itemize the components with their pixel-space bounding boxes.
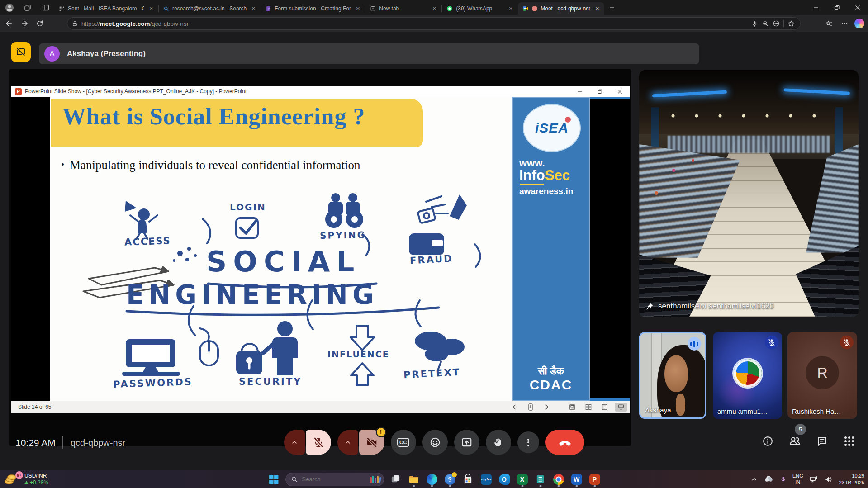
whatsapp-icon bbox=[446, 5, 453, 12]
clock[interactable]: 10:29 23-04-2025 bbox=[839, 473, 864, 486]
camera-options-button[interactable] bbox=[337, 430, 358, 455]
end-call-button[interactable] bbox=[545, 430, 584, 455]
tab-title: (39) WhatsApp bbox=[456, 5, 504, 12]
page-tools-icon[interactable] bbox=[771, 18, 782, 29]
chat-button[interactable] bbox=[816, 435, 828, 447]
workspaces-icon[interactable] bbox=[22, 2, 33, 13]
running-indicator bbox=[539, 485, 541, 487]
notes-app-button[interactable] bbox=[534, 472, 547, 487]
more-options-button[interactable] bbox=[517, 431, 539, 453]
new-tab-button[interactable] bbox=[606, 2, 618, 14]
college-logo-avatar bbox=[734, 359, 762, 387]
language-indicator[interactable]: ENG IN bbox=[792, 473, 803, 485]
captions-button[interactable]: CC bbox=[391, 430, 416, 455]
chrome-button[interactable] bbox=[552, 472, 565, 487]
window-restore-button[interactable] bbox=[826, 0, 847, 15]
currency-change: +0.28% bbox=[30, 479, 48, 486]
google-meet-icon bbox=[522, 5, 529, 12]
powerpoint-button[interactable]: P bbox=[588, 472, 601, 487]
tab-close-icon[interactable]: ✕ bbox=[593, 5, 601, 12]
next-slide-button[interactable] bbox=[541, 403, 553, 412]
shared-screen-tile[interactable]: P PowerPoint Slide Show - [Cyber Securit… bbox=[9, 69, 631, 446]
show-everyone-button[interactable] bbox=[789, 435, 801, 447]
window-minimize-button[interactable] bbox=[806, 0, 826, 15]
file-explorer-button[interactable] bbox=[408, 472, 420, 487]
camera-toggle-button[interactable]: ! bbox=[359, 430, 384, 455]
excel-button[interactable]: X bbox=[516, 472, 529, 487]
raise-hand-button[interactable] bbox=[486, 430, 511, 455]
tab-forms[interactable]: Form submission - Creating Form ✕ bbox=[261, 2, 365, 15]
activities-button[interactable] bbox=[843, 435, 855, 447]
powerpoint-window: P PowerPoint Slide Show - [Cyber Securit… bbox=[11, 86, 630, 412]
presentation-warning-chip[interactable] bbox=[11, 42, 31, 62]
tab-close-icon[interactable]: ✕ bbox=[250, 5, 257, 12]
network-icon[interactable] bbox=[809, 475, 818, 484]
start-button[interactable] bbox=[267, 472, 280, 487]
tab-mail[interactable]: Sent - Mail - ISEA Bangalore - CD ✕ bbox=[54, 2, 158, 15]
tab-meet-active[interactable]: Meet - qcd-qbpw-nsr ✕ bbox=[518, 2, 604, 15]
outlook-button[interactable]: O bbox=[498, 472, 511, 487]
profile-avatar-icon[interactable] bbox=[4, 2, 15, 13]
tab-close-icon[interactable]: ✕ bbox=[147, 5, 155, 12]
present-screen-button[interactable] bbox=[454, 430, 479, 455]
zoom-page-icon[interactable] bbox=[760, 18, 771, 29]
tab-close-icon[interactable]: ✕ bbox=[431, 5, 438, 12]
mic-toggle-button[interactable] bbox=[306, 430, 331, 455]
taskbar-search[interactable] bbox=[285, 473, 384, 486]
zoom-slide-button[interactable] bbox=[599, 403, 611, 412]
participant-tile-ammu[interactable]: ammu ammu1… bbox=[713, 332, 782, 419]
ppt-close-button[interactable] bbox=[610, 86, 630, 97]
tab-title: Sent - Mail - ISEA Bangalore - CD bbox=[68, 5, 144, 12]
ppt-minimize-button[interactable] bbox=[570, 86, 590, 97]
window-close-button[interactable] bbox=[847, 0, 868, 15]
tab-newtab[interactable]: New tab ✕ bbox=[365, 2, 441, 15]
call-controls: ! CC bbox=[284, 430, 584, 455]
screen: Sent - Mail - ISEA Bangalore - CD ✕ rese… bbox=[0, 0, 868, 488]
favorite-star-icon[interactable] bbox=[786, 18, 797, 29]
ppt-restore-button[interactable] bbox=[590, 86, 610, 97]
previous-slide-button[interactable] bbox=[508, 403, 520, 412]
tab-whatsapp[interactable]: (39) WhatsApp ✕ bbox=[442, 2, 518, 15]
help-app-button[interactable]: ? bbox=[444, 472, 456, 487]
participant-tile-akshaya[interactable]: Akshaya bbox=[639, 332, 706, 419]
microsoft-store-button[interactable] bbox=[462, 472, 474, 487]
muted-mic-badge bbox=[765, 336, 778, 349]
tray-chevron-icon[interactable] bbox=[751, 476, 758, 483]
pinned-video-tile[interactable]: senthamilselvi senthamilselvi1620 bbox=[639, 70, 859, 317]
search-input[interactable] bbox=[301, 475, 357, 483]
word-button[interactable]: W bbox=[570, 472, 583, 487]
edge-button[interactable] bbox=[426, 472, 438, 487]
participant-tile-rushikesh[interactable]: R Rushikesh Ha… bbox=[787, 332, 857, 419]
display-settings-button[interactable] bbox=[615, 403, 627, 412]
tab-search[interactable]: research@svcet.ac.in - Search ✕ bbox=[159, 2, 261, 15]
presenter-avatar: A bbox=[44, 46, 60, 62]
presenter-banner[interactable]: A Akshaya (Presenting) bbox=[39, 43, 699, 64]
voice-search-icon[interactable] bbox=[749, 18, 760, 29]
tab-close-icon[interactable]: ✕ bbox=[354, 5, 361, 12]
volume-icon[interactable] bbox=[824, 475, 833, 484]
tab-title: Form submission - Creating Form bbox=[275, 5, 351, 12]
address-bar[interactable]: https://meet.google.com/qcd-qbpw-nsr bbox=[67, 17, 801, 30]
mic-in-use-icon[interactable] bbox=[780, 476, 787, 483]
favorites-bar-icon[interactable] bbox=[824, 18, 835, 29]
forward-button[interactable] bbox=[18, 17, 31, 30]
myhp-button[interactable]: myhp bbox=[480, 472, 493, 487]
settings-more-icon[interactable] bbox=[839, 18, 850, 29]
banner-sec: Sec bbox=[545, 167, 570, 183]
reactions-button[interactable] bbox=[422, 430, 448, 455]
notes-view-button[interactable] bbox=[566, 403, 578, 412]
tab-close-icon[interactable]: ✕ bbox=[507, 5, 514, 12]
back-button[interactable] bbox=[3, 17, 15, 30]
mic-options-button[interactable] bbox=[284, 430, 305, 455]
tab-actions-icon[interactable] bbox=[40, 2, 51, 13]
task-view-button[interactable] bbox=[389, 472, 402, 487]
copilot-icon[interactable] bbox=[854, 19, 864, 28]
stocks-widget[interactable]: 9+ USD/INR +0.28% bbox=[5, 471, 48, 487]
see-all-slides-button[interactable] bbox=[583, 403, 594, 412]
meeting-details-button[interactable] bbox=[762, 435, 773, 447]
pen-tool-button[interactable] bbox=[525, 403, 536, 412]
onedrive-icon[interactable] bbox=[764, 474, 774, 484]
refresh-button[interactable] bbox=[33, 17, 46, 30]
audience-accent bbox=[655, 191, 658, 195]
pinned-participant-label: senthamilselvi senthamilselvi1620 bbox=[645, 302, 774, 311]
